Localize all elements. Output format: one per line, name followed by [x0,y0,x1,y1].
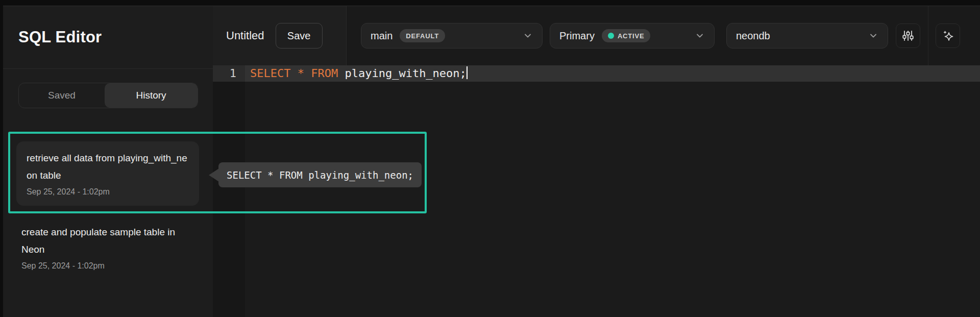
history-item-retrieve[interactable]: retrieve all data from playing_with_neon… [16,141,199,206]
toolbar-divider [928,6,928,65]
sql-identifier: playing_with_neon; [338,67,467,80]
sidebar: SQL Editor Saved History retrieve all da… [3,6,213,317]
save-button[interactable]: Save [276,23,323,48]
sidebar-tabs: Saved History [18,83,198,108]
code-input[interactable]: SELECT * FROM playing_with_neon; [245,65,980,82]
sidebar-header: SQL Editor [3,6,213,69]
editor-tab-bar: Untitled Save [213,6,347,65]
history-item-title: retrieve all data from playing_with_neon… [27,150,189,184]
line-number-gutter [213,65,245,317]
app-window: SQL Editor Saved History retrieve all da… [0,0,980,317]
editor-pane: Untitled Save main DEFAULT Primary ACTIV… [213,6,980,317]
history-item-create[interactable]: create and populate sample table in Neon… [21,224,184,273]
ai-assistant-button[interactable] [936,23,960,48]
history-query-text: SELECT * FROM playing_with_neon; [227,169,413,181]
sql-keywords: SELECT * FROM [250,67,338,80]
text-cursor [467,66,468,79]
database-label: neondb [736,30,770,42]
default-badge: DEFAULT [400,29,445,42]
query-options-button[interactable] [896,23,920,48]
chevron-down-icon [695,31,705,41]
branch-select[interactable]: main DEFAULT [361,23,543,48]
history-item-timestamp: Sep 25, 2024 - 1:02pm [27,185,189,199]
history-item-title: create and populate sample table in Neon [21,224,184,258]
editor-tab-title[interactable]: Untitled [226,29,264,42]
status-dot-icon [608,33,614,39]
history-item-timestamp: Sep 25, 2024 - 1:02pm [21,259,184,273]
page-title: SQL Editor [18,28,102,46]
tab-saved[interactable]: Saved [19,83,105,108]
line-number: 1 [213,65,245,82]
active-badge-label: ACTIVE [618,32,644,40]
history-query-tooltip: SELECT * FROM playing_with_neon; [218,162,422,187]
sparkles-icon [941,29,955,43]
database-select[interactable]: neondb [726,23,888,48]
tab-history[interactable]: History [105,83,198,108]
connection-toolbar: main DEFAULT Primary ACTIVE neondb [347,6,980,65]
chevron-down-icon [868,31,878,41]
sliders-icon [901,29,915,42]
branch-label: main [371,30,393,42]
editor-active-line: 1 SELECT * FROM playing_with_neon; [213,65,980,82]
chevron-down-icon [523,31,533,41]
compute-select[interactable]: Primary ACTIVE [550,23,715,48]
active-badge: ACTIVE [602,29,650,42]
compute-label: Primary [559,30,595,42]
tooltip-arrow-left-icon [209,168,219,182]
